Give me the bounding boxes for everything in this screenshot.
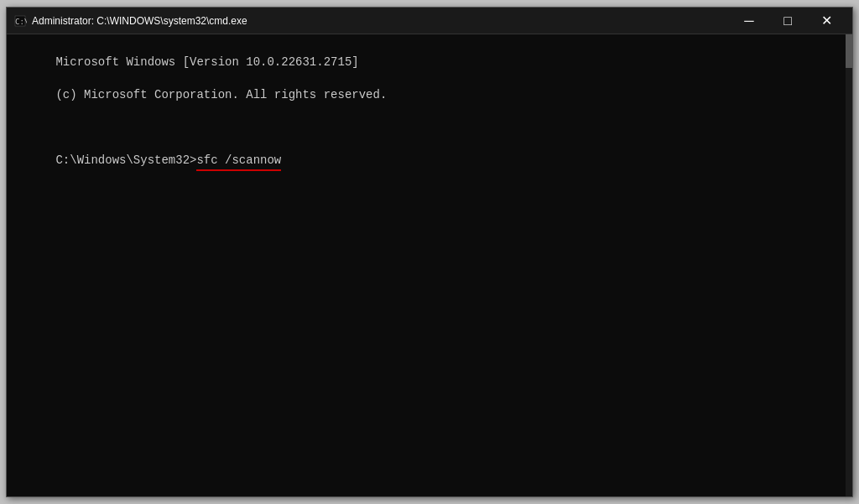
maximize-button[interactable]: □ bbox=[768, 8, 807, 34]
scrollbar-thumb[interactable] bbox=[846, 34, 852, 68]
minimize-button[interactable]: ─ bbox=[730, 8, 768, 34]
console-prompt: C:\Windows\System32> bbox=[55, 153, 196, 167]
cmd-icon: C:\ bbox=[13, 14, 27, 28]
console-line1: Microsoft Windows [Version 10.0.22631.27… bbox=[55, 55, 358, 69]
cmd-window: C:\ Administrator: C:\WINDOWS\system32\c… bbox=[6, 7, 853, 497]
console-command: sfc /scannow bbox=[196, 153, 281, 171]
window-controls: ─ □ ✕ bbox=[730, 8, 846, 34]
console-area[interactable]: Microsoft Windows [Version 10.0.22631.27… bbox=[7, 34, 852, 496]
window-title: Administrator: C:\WINDOWS\system32\cmd.e… bbox=[32, 15, 730, 27]
close-button[interactable]: ✕ bbox=[807, 8, 846, 34]
svg-text:C:\: C:\ bbox=[15, 18, 27, 26]
console-line2: (c) Microsoft Corporation. All rights re… bbox=[55, 88, 387, 101]
scrollbar[interactable] bbox=[846, 34, 852, 496]
title-bar: C:\ Administrator: C:\WINDOWS\system32\c… bbox=[7, 8, 852, 34]
console-output: Microsoft Windows [Version 10.0.22631.27… bbox=[13, 38, 846, 187]
